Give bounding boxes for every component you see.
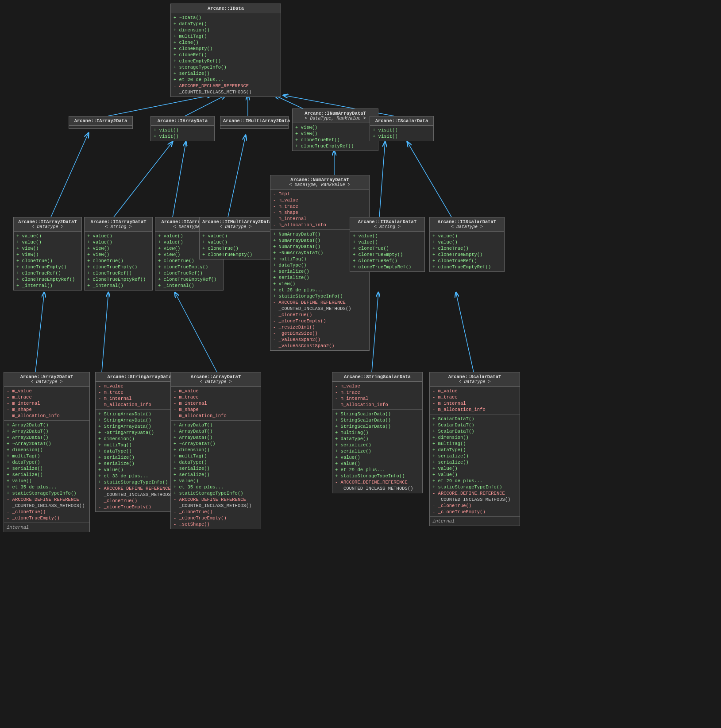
svg-line-5 — [51, 133, 89, 217]
box-idata-title: Arcane::IData — [208, 6, 244, 11]
member: - m_internal — [335, 395, 420, 402]
member: + cloneTrueRef() — [87, 270, 150, 276]
member: - m_shape — [7, 407, 87, 413]
member: + StringScalarData() — [335, 423, 420, 430]
member: + staticStorageTypeInfo() — [335, 473, 420, 479]
svg-line-12 — [35, 292, 44, 372]
member: + staticStorageTypeInfo() — [98, 479, 181, 485]
member: + serialize() — [273, 275, 366, 281]
diagram-container: Arcane::IData + ~IData() + dataType() + … — [0, 0, 721, 728]
box-iiarray2datat-header: Arcane::IIArray2DataT < DataType > — [14, 217, 81, 232]
member: + StringArrayData() — [98, 411, 181, 417]
member: - m_shape — [174, 407, 258, 413]
member: + cloneTrueEmptyRef() — [158, 276, 220, 283]
member: _COUNTED_INCLASS_METHODS() — [335, 485, 420, 492]
member: - m_internal — [98, 395, 181, 402]
member: + Array2DataT() — [7, 422, 87, 428]
member: - _cloneTrue() — [7, 509, 87, 515]
member: - ARCCORE_DEFINE_REFERENCE — [98, 485, 181, 492]
member: - m_internal — [432, 400, 517, 407]
box-stringarraydata-title: Arcane::StringArrayData — [108, 374, 172, 379]
box-iarray2data: Arcane::IArray2Data — [69, 116, 133, 129]
member: + _internal() — [16, 283, 79, 289]
member: + cloneTrueEmptyRef() — [432, 264, 501, 270]
member: + value() — [87, 239, 150, 245]
box-iiscalardatat-string-title: Arcane::IIScalarDataT — [358, 219, 416, 225]
box-iiarray2datat-stereo: < DataType > — [16, 225, 79, 229]
member: + serialize() — [432, 453, 517, 459]
member: + cloneTrueEmpty() — [432, 252, 501, 258]
member: - m_value — [335, 383, 420, 389]
member: - _cloneTrue() — [432, 503, 517, 509]
member: + value() — [335, 461, 420, 467]
member: + dimension() — [174, 447, 258, 453]
member: - _cloneTrueEmpty() — [273, 318, 366, 324]
box-arraydatat-title: Arcane::ArrayDataT — [191, 374, 241, 379]
member: + cloneTrueRef() — [432, 258, 501, 264]
member: + serialize() — [7, 472, 87, 478]
member: + value() — [98, 467, 181, 473]
member: - _resizeDim1() — [273, 324, 366, 330]
box-stringscalardata-header: Arcane::StringScalarData — [332, 372, 422, 382]
svg-line-8 — [228, 135, 246, 217]
box-idata: Arcane::IData + ~IData() + dataType() + … — [170, 4, 281, 97]
box-idata-members: + ~IData() + dataType() + dimension() + … — [171, 13, 281, 97]
member: - m_trace — [273, 203, 366, 209]
member: + cloneEmptyRef() — [174, 58, 278, 64]
member: + value() — [202, 233, 269, 239]
member: + cloneEmpty() — [174, 46, 278, 52]
member: + et 28 de plus... — [273, 287, 366, 293]
member: - _getDim2Size() — [273, 330, 366, 337]
box-arraydatat-members: + ArrayDataT() + ArrayDataT() + ArrayDat… — [171, 421, 261, 529]
member: + et 20 de plus... — [174, 77, 278, 83]
member: + dataType() — [7, 459, 87, 465]
member: + ArrayDataT() — [174, 428, 258, 434]
member: + value() — [16, 239, 79, 245]
member: + StringArrayData() — [98, 417, 181, 423]
member: + cloneTrue() — [432, 245, 501, 252]
box-scalardatat-header: Arcane::ScalarDataT < DataType > — [430, 372, 520, 387]
member: + cloneTrueEmpty() — [16, 264, 79, 270]
member: + clone() — [174, 39, 278, 46]
box-scalardatat: Arcane::ScalarDataT < DataType > - m_val… — [429, 372, 520, 526]
member: - _cloneTrueEmpty() — [174, 515, 258, 521]
box-array2datat-members: + Array2DataT() + Array2DataT() + Array2… — [4, 421, 89, 523]
member: + staticStorageTypeInfo() — [174, 490, 258, 496]
box-iscalardata-members: + visit() + visit() — [370, 126, 433, 141]
member: + serialize() — [174, 465, 258, 472]
member: - ARCCORE_DEFINE_REFERENCE — [7, 496, 87, 503]
member: + ScalarDataT() — [432, 428, 517, 434]
member: + view() — [273, 281, 366, 287]
box-stringscalardata-members: + StringScalarData() + StringScalarData(… — [332, 410, 422, 493]
box-iiarray2datat-members: + value() + value() + view() + view() + … — [14, 232, 81, 290]
member: + et 35 de plus... — [7, 484, 87, 490]
box-iiscalardatat-datatype-members: + value() + value() + cloneTrue() + clon… — [430, 232, 504, 271]
member: _COUNTED_INCLASS_METHODS() — [432, 496, 517, 503]
member: + cloneTrue() — [353, 245, 422, 252]
box-scalardatat-members: + ScalarDataT() + ScalarDataT() + Scalar… — [430, 414, 520, 517]
member: + value() — [432, 472, 517, 478]
box-iiscalardatat-string-members: + value() + value() + cloneTrue() + clon… — [350, 232, 424, 271]
member: + serialize() — [174, 70, 278, 77]
box-iscalardata: Arcane::IScalarData + visit() + visit() — [370, 116, 434, 141]
member: - Impl — [273, 191, 366, 197]
member: + cloneTrueEmpty() — [202, 252, 269, 258]
member: + value() — [87, 233, 150, 239]
member: + serialize() — [7, 465, 87, 472]
box-inumarraydatat-title: Arcane::INumArrayDataT — [305, 111, 366, 116]
member: - m_allocation_info — [7, 413, 87, 419]
member: + serialize() — [98, 461, 181, 467]
box-inumarraydatat-members: + view() + view() + cloneTrueRef() + clo… — [293, 123, 378, 151]
box-iiarray2datat-title: Arcane::IIArray2DataT — [18, 219, 77, 225]
member: + value() — [432, 239, 501, 245]
member: - _cloneTrueEmpty() — [98, 504, 181, 510]
member: + ScalarDataT() — [432, 416, 517, 422]
member: + cloneTrueRef() — [295, 137, 375, 143]
svg-line-16 — [456, 292, 474, 372]
member: + value() — [335, 454, 420, 461]
box-iarraydata: Arcane::IArrayData + visit() + visit() — [150, 116, 215, 141]
member: + et 35 de plus... — [174, 484, 258, 490]
member: + ~Array2DataT() — [7, 441, 87, 447]
box-iimultiarray2datat-title: Arcane::IIMultiArray2DataT — [202, 219, 275, 225]
box-iscalardata-title: Arcane::IScalarData — [375, 118, 428, 124]
